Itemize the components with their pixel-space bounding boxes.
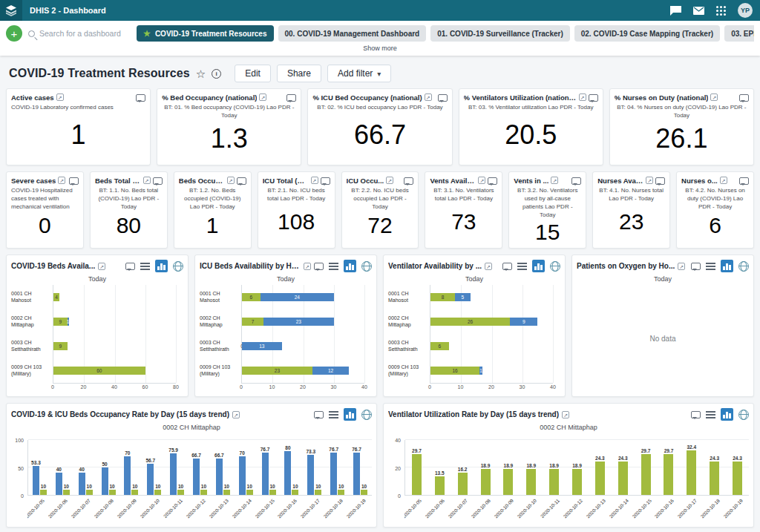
dashboard-chip-management[interactable]: 00. COVID-19 Management Dashboard xyxy=(278,25,427,42)
show-more-button[interactable]: Show more xyxy=(6,42,754,53)
chart-view-icon[interactable] xyxy=(721,408,733,421)
open-in-app-icon[interactable] xyxy=(143,177,151,184)
search-icon xyxy=(28,30,35,37)
open-in-app-icon[interactable] xyxy=(579,93,586,101)
messages-icon[interactable] xyxy=(693,7,704,15)
bar-value-label: 70 xyxy=(125,450,130,456)
bar-value-label: 18.9 xyxy=(549,463,559,468)
new-dashboard-button[interactable] xyxy=(6,25,22,42)
table-view-icon[interactable] xyxy=(706,263,715,270)
share-button[interactable]: Share xyxy=(277,65,321,82)
bar: 24.3 xyxy=(710,462,719,495)
interpretations-icon[interactable] xyxy=(286,94,296,102)
interpretations-icon[interactable] xyxy=(314,411,324,418)
chart-view-icon[interactable] xyxy=(532,260,545,272)
interpretations-icon[interactable] xyxy=(136,94,145,102)
map-view-icon[interactable] xyxy=(361,261,372,272)
open-in-app-icon[interactable] xyxy=(232,411,240,418)
open-in-app-icon[interactable] xyxy=(259,93,266,101)
axis-tick-label: 10 xyxy=(269,384,275,390)
interpretations-icon[interactable] xyxy=(655,177,665,185)
dashboard-chip-treatment-resources[interactable]: COVID-19 Treatment Resources xyxy=(137,25,274,42)
interpretations-icon[interactable] xyxy=(438,94,448,102)
dashboard-chip-case-mapping[interactable]: 02. COVID-19 Case Mapping (Tracker) xyxy=(574,25,720,42)
bar-value-label: 60 xyxy=(96,368,102,373)
bar: 80 xyxy=(284,451,291,495)
open-in-app-icon[interactable] xyxy=(304,263,311,270)
edit-button[interactable]: Edit xyxy=(235,65,271,82)
axis-tick-label: 60 xyxy=(142,384,148,390)
open-in-app-icon[interactable] xyxy=(710,93,718,101)
category-label: 0003 CH Setthathirath xyxy=(388,334,427,358)
bar-segment: 5 xyxy=(455,293,471,301)
open-in-app-icon[interactable] xyxy=(98,263,105,270)
chart-view-icon[interactable] xyxy=(344,408,356,421)
open-in-app-icon[interactable] xyxy=(425,93,432,101)
interpretations-icon[interactable] xyxy=(691,411,701,418)
map-view-icon[interactable] xyxy=(738,410,749,420)
card-subtitle: COVID-19 Hospitalized cases treated with… xyxy=(11,187,79,211)
bar-value-label: 40 xyxy=(56,467,62,472)
interpretations-icon[interactable] xyxy=(691,263,701,270)
open-in-app-icon[interactable] xyxy=(678,263,685,270)
open-in-app-icon[interactable] xyxy=(386,177,393,184)
category-label: 0001 CH Mahosot xyxy=(200,285,238,309)
table-view-icon[interactable] xyxy=(329,263,338,270)
interpretations-icon[interactable] xyxy=(739,177,749,185)
table-view-icon[interactable] xyxy=(329,411,338,418)
open-in-app-icon[interactable] xyxy=(551,177,558,184)
interpretations-icon[interactable] xyxy=(739,94,749,102)
interpretations-icon[interactable] xyxy=(589,94,598,102)
kpi-card: Vents Availab... BT: 3.1. No. Ventilator… xyxy=(425,171,502,249)
open-in-app-icon[interactable] xyxy=(58,177,65,184)
chart-card: COVID-19 Beds Availa... Today 0001 CH Ma… xyxy=(6,254,189,397)
open-in-app-icon[interactable] xyxy=(646,177,653,184)
bar-value-label: 9 xyxy=(59,319,62,324)
open-in-app-icon[interactable] xyxy=(562,411,569,418)
open-in-app-icon[interactable] xyxy=(311,177,318,184)
interpretations-icon[interactable] xyxy=(321,177,330,185)
interpretations-icon[interactable] xyxy=(571,177,581,185)
search-input[interactable] xyxy=(39,29,125,38)
info-icon[interactable] xyxy=(212,69,221,79)
chart: 0001 CH Mahosot0002 CH Mittaphap0003 CH … xyxy=(200,285,372,392)
interpretations-icon[interactable] xyxy=(69,177,79,185)
interpretations-icon[interactable] xyxy=(125,263,135,270)
interpretations-icon[interactable] xyxy=(314,263,324,270)
kpi-card: ICU Total (nat... BT: 2.1. No. ICU beds … xyxy=(258,171,335,249)
star-icon[interactable] xyxy=(196,68,206,79)
chart-view-icon[interactable] xyxy=(155,260,168,272)
interpretations-icon[interactable] xyxy=(670,6,681,16)
open-in-app-icon[interactable] xyxy=(485,263,492,270)
apps-icon[interactable] xyxy=(716,6,726,16)
dhis2-logo[interactable] xyxy=(0,0,22,21)
table-view-icon[interactable] xyxy=(140,263,150,270)
bar-value-label: 9 xyxy=(59,344,62,349)
category-label: 2020-10-05 xyxy=(27,498,45,519)
chart-view-icon[interactable] xyxy=(721,260,733,272)
interpretations-icon[interactable] xyxy=(404,177,413,185)
map-view-icon[interactable] xyxy=(550,261,560,272)
map-view-icon[interactable] xyxy=(738,261,749,272)
map-view-icon[interactable] xyxy=(173,261,183,272)
bar: 76.7 xyxy=(353,453,360,495)
table-view-icon[interactable] xyxy=(517,263,527,270)
category-label: 2020-10-15 xyxy=(254,498,275,519)
interpretations-icon[interactable] xyxy=(488,177,497,185)
interpretations-icon[interactable] xyxy=(153,177,163,185)
interpretations-icon[interactable] xyxy=(502,263,512,270)
chart-view-icon[interactable] xyxy=(344,260,356,272)
open-in-app-icon[interactable] xyxy=(478,177,485,184)
dashboard-chip-surveillance[interactable]: 01. COVID-19 Surveillance (Tracker) xyxy=(430,25,570,42)
open-in-app-icon[interactable] xyxy=(56,93,64,101)
open-in-app-icon[interactable] xyxy=(720,177,727,184)
add-filter-button[interactable]: Add filter xyxy=(327,65,391,82)
interpretations-icon[interactable] xyxy=(237,177,246,185)
card-subtitle: 0002 CH Mittaphap xyxy=(11,424,372,431)
category-label: 0002 CH Mittaphap xyxy=(11,309,50,334)
user-avatar[interactable]: YP xyxy=(738,3,753,18)
dashboard-chip-epicurve[interactable]: 03. EPICURVE by Province xyxy=(724,25,754,42)
table-view-icon[interactable] xyxy=(706,411,715,418)
open-in-app-icon[interactable] xyxy=(227,177,235,184)
map-view-icon[interactable] xyxy=(361,410,372,420)
